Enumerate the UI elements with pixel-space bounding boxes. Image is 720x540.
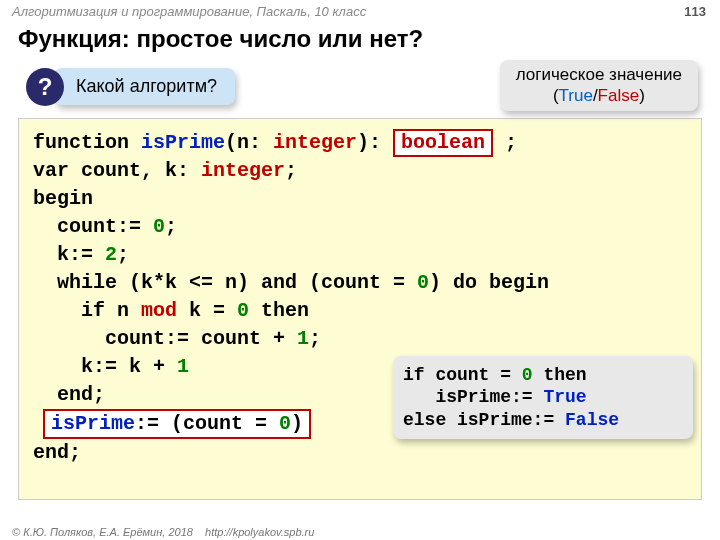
header-bar: Алгоритмизация и программирование, Паска…	[0, 0, 720, 23]
code-line: count:= count + 1;	[33, 325, 687, 353]
question-mark-icon: ?	[38, 73, 53, 101]
t: ) do begin	[429, 271, 549, 294]
t: ):	[357, 131, 393, 154]
mod: mod	[141, 299, 177, 322]
header-text: Алгоритмизация и программирование, Паска…	[12, 4, 366, 19]
type: integer	[201, 159, 285, 182]
alt-line: else isPrime:= False	[403, 409, 683, 432]
fn-name: isPrime	[51, 412, 135, 435]
num: 1	[297, 327, 309, 350]
code-line: count:= 0;	[33, 213, 687, 241]
t: ;	[493, 131, 517, 154]
code-line: end;	[33, 439, 687, 467]
t: isPrime:=	[403, 387, 543, 407]
t: ;	[117, 243, 129, 266]
t: (n:	[225, 131, 273, 154]
page-number: 113	[684, 4, 706, 19]
slide-title: Функция: простое число или нет?	[0, 23, 720, 59]
t: k =	[177, 299, 237, 322]
num: 0	[153, 215, 165, 238]
true: True	[543, 387, 586, 407]
type: integer	[273, 131, 357, 154]
t: count:= count +	[33, 327, 297, 350]
question-badge: ?	[26, 68, 64, 106]
fn-name: isPrime	[141, 131, 225, 154]
false: False	[565, 410, 619, 430]
code-line: if n mod k = 0 then	[33, 297, 687, 325]
t: count:=	[33, 215, 153, 238]
false-label: False	[598, 86, 640, 105]
num: 1	[177, 355, 189, 378]
isprime-result-box: isPrime:= (count = 0)	[43, 409, 311, 439]
footer: © К.Ю. Поляков, Е.А. Ерёмин, 2018 http:/…	[12, 526, 314, 538]
t: k:=	[33, 243, 105, 266]
code-block: function isPrime(n: integer): boolean ; …	[18, 118, 702, 500]
num: 0	[279, 412, 291, 435]
code-line: while (k*k <= n) and (count = 0) do begi…	[33, 269, 687, 297]
footer-url: http://kpolyakov.spb.ru	[205, 526, 314, 538]
t: var count, k:	[33, 159, 201, 182]
num: 0	[417, 271, 429, 294]
t: ;	[309, 327, 321, 350]
code-line: k:= 2;	[33, 241, 687, 269]
t: then	[249, 299, 309, 322]
t: if count =	[403, 365, 522, 385]
t: )	[291, 412, 303, 435]
t: while (k*k <= n) and (count =	[33, 271, 417, 294]
t: k:= k +	[33, 355, 177, 378]
paren-close: )	[639, 86, 645, 105]
code-line: var count, k: integer;	[33, 157, 687, 185]
alt-line: if count = 0 then	[403, 364, 683, 387]
code-line: begin	[33, 185, 687, 213]
logic-line1: логическое значение	[516, 65, 682, 84]
t: if n	[33, 299, 141, 322]
true-label: True	[559, 86, 593, 105]
copyright: © К.Ю. Поляков, Е.А. Ерёмин, 2018	[12, 526, 193, 538]
t: ;	[165, 215, 177, 238]
t: function	[33, 131, 141, 154]
t: := (count =	[135, 412, 279, 435]
t: else isPrime:=	[403, 410, 565, 430]
alternative-code-bubble: if count = 0 then isPrime:= True else is…	[393, 356, 693, 440]
num: 0	[237, 299, 249, 322]
t: then	[533, 365, 587, 385]
alt-line: isPrime:= True	[403, 386, 683, 409]
code-line: function isPrime(n: integer): boolean ;	[33, 129, 687, 157]
num: 2	[105, 243, 117, 266]
num: 0	[522, 365, 533, 385]
boolean-box: boolean	[393, 129, 493, 157]
logic-value-bubble: логическое значение (True/False)	[500, 60, 698, 111]
question-bubble: Какой алгоритм?	[54, 68, 235, 105]
t: ;	[285, 159, 297, 182]
